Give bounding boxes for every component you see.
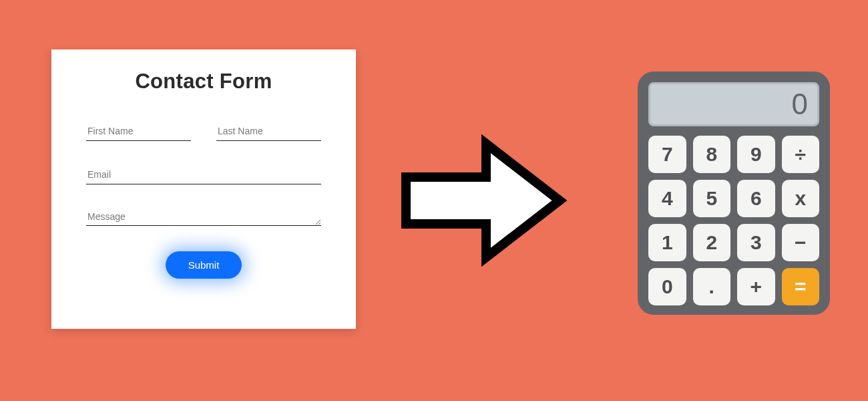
key-dot[interactable]: . <box>693 268 731 305</box>
arrow-icon <box>393 130 573 271</box>
key-7[interactable]: 7 <box>648 136 686 173</box>
calculator: 0 7 8 9 ÷ 4 5 6 x 1 2 3 − 0 . + = <box>638 72 830 315</box>
email-row <box>86 165 321 184</box>
name-row <box>86 122 321 141</box>
key-1[interactable]: 1 <box>648 224 686 261</box>
form-title: Contact Form <box>86 70 321 94</box>
key-2[interactable]: 2 <box>693 224 731 261</box>
submit-wrap: Submit <box>86 251 321 279</box>
key-add[interactable]: + <box>737 268 775 305</box>
contact-form-card: Contact Form Submit <box>51 49 356 329</box>
calculator-keypad: 7 8 9 ÷ 4 5 6 x 1 2 3 − 0 . + = <box>648 136 819 305</box>
key-9[interactable]: 9 <box>737 136 775 173</box>
key-multiply[interactable]: x <box>782 180 820 217</box>
key-5[interactable]: 5 <box>693 180 731 217</box>
last-name-field[interactable] <box>216 122 321 141</box>
key-4[interactable]: 4 <box>648 180 686 217</box>
message-row <box>86 207 321 229</box>
first-name-field[interactable] <box>86 122 191 141</box>
key-equals[interactable]: = <box>782 268 820 305</box>
key-3[interactable]: 3 <box>737 224 775 261</box>
calculator-display: 0 <box>648 82 819 126</box>
email-field[interactable] <box>86 165 321 184</box>
key-0[interactable]: 0 <box>648 268 686 305</box>
message-field[interactable] <box>86 207 321 226</box>
key-8[interactable]: 8 <box>693 136 731 173</box>
key-divide[interactable]: ÷ <box>782 136 820 173</box>
submit-button[interactable]: Submit <box>166 251 242 279</box>
key-6[interactable]: 6 <box>737 180 775 217</box>
key-subtract[interactable]: − <box>782 224 820 261</box>
